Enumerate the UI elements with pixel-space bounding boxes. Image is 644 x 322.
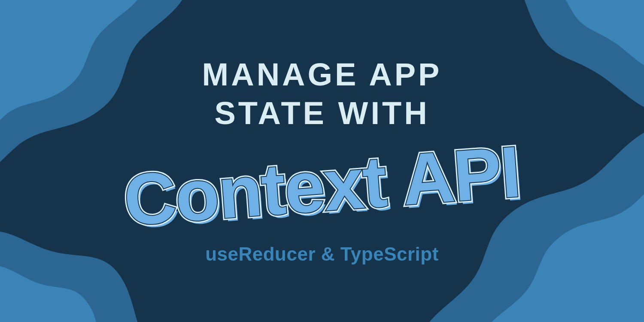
- hero-content: MANAGE APP STATE WITH Context API Contex…: [0, 0, 644, 322]
- hero-headline: Context API Context API Context API Cont…: [122, 135, 522, 236]
- hero-subtitle: useReducer & TypeScript: [205, 243, 439, 265]
- hero-line-1: MANAGE APP: [202, 57, 442, 92]
- hero-line-2: STATE WITH: [214, 96, 429, 131]
- headline-top-layer: Context API: [122, 135, 522, 236]
